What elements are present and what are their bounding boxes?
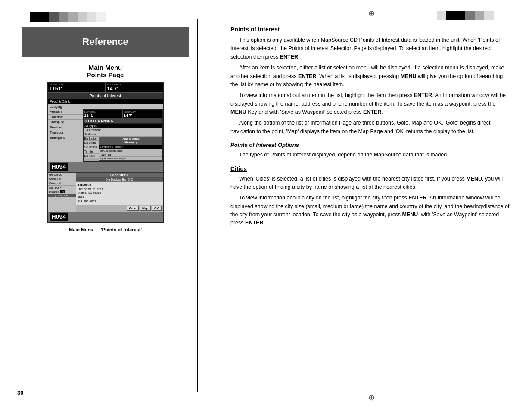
para3-bold2: MENU	[230, 109, 246, 115]
rc9	[494, 11, 503, 20]
para2-mid: . When a list is displayed, pressing	[316, 73, 400, 79]
gps-elevation-box: ELEVATION 1151'	[48, 83, 106, 92]
para-1: This option is only available when MapSo…	[230, 36, 510, 61]
page-container: Reference Main Menu Points Page ELEVATIO…	[0, 0, 532, 411]
para7-bold2: MENU	[402, 212, 418, 218]
left-margin-line	[24, 19, 24, 392]
poi-heading: Points of Interest	[230, 26, 510, 33]
menu-item-services: Services	[48, 125, 83, 130]
lower-right-col: Food/Drink Dig Dubbas Bar-D-Q Barbecue 1…	[76, 173, 163, 212]
checker-cell	[115, 12, 125, 22]
item-category: Barbecue	[78, 183, 162, 187]
para-2: After an item is selected, either a list…	[230, 64, 510, 89]
corner-tl	[9, 9, 16, 16]
main-menu-heading: Main Menu Points Page	[0, 64, 211, 78]
menu-list: Food & Drink Lodging Attractio Entertain…	[48, 99, 163, 162]
phone: 913-390-0007	[78, 199, 162, 204]
para7-start: To view information about a city on the …	[239, 195, 408, 201]
menu-title: Points of Interest	[48, 93, 163, 99]
reference-box: Reference	[22, 27, 189, 57]
para7-end: .	[263, 220, 264, 226]
para-3: To view information about an item in the…	[230, 91, 510, 116]
para2-bold2: MENU	[401, 73, 417, 79]
rc5	[456, 11, 465, 20]
gps-left-part: Attractio Entertain Shopping Services Tr…	[48, 109, 83, 162]
menu-item-transport: Transpor	[48, 130, 83, 135]
lower-item-crown: Crown Hc	[48, 181, 76, 186]
lower-item-1: Ge-Chick	[48, 173, 76, 177]
lower-left-col: Ge-Chick Sonic Dri Crown Hc Old SG Pl Di…	[48, 173, 76, 212]
food-type-barbe: En Barbe	[84, 137, 99, 141]
reference-section: Reference	[22, 27, 189, 57]
wo-value-1: H094	[50, 162, 68, 171]
ok-button[interactable]: OK	[152, 206, 162, 211]
rc3	[437, 11, 446, 20]
wo-display-row-2: H094	[48, 212, 163, 222]
menu-item-entertainment: Entertain	[48, 115, 83, 120]
corner-bl	[9, 395, 16, 402]
address-line3: 5641	[78, 195, 162, 199]
lower-section: Ge-Chick Sonic Dri Crown Hc Old SG Pl Di…	[48, 172, 163, 212]
food-item-sombrero: Sombrero's Restaur *	[99, 145, 162, 149]
food-panel-header: Food & Drink(Nearest)	[99, 137, 162, 145]
checker-cell	[49, 12, 59, 22]
gps-accuracy-box: ACCURACY 14 7'	[106, 83, 163, 92]
checker-cell	[30, 12, 40, 22]
goto-button[interactable]: Goto	[127, 206, 139, 211]
checker-cell	[59, 12, 68, 22]
para1-text: This option is only available when MapSo…	[230, 37, 500, 60]
rc6	[465, 11, 475, 20]
gps-screen: ELEVATION 1151' ACCURACY 14 7' Points of…	[47, 82, 164, 223]
reference-title: Reference	[82, 36, 128, 47]
crosshair-bottom: ⊕	[368, 393, 375, 402]
checker-cell	[96, 12, 106, 22]
checker-bar-right	[418, 11, 513, 20]
address-block: Barbecue 16695a W 151st St Olathe, KS 66…	[76, 182, 163, 205]
lower-item-old: Old SG Pl	[48, 186, 76, 190]
lower-item-sonic: Sonic Dri	[48, 177, 76, 181]
rc1	[418, 11, 427, 20]
page-number: 30	[17, 389, 23, 396]
rc2	[427, 11, 437, 20]
food-type-american: Lo American	[84, 128, 162, 132]
food-drink-header: Food/Drink	[76, 173, 163, 177]
right-column: ⊕ Points of Interest This option is only…	[211, 0, 532, 411]
rc10	[503, 11, 513, 20]
address-line2: Olathe, KS 66062-	[78, 191, 162, 195]
rc7	[475, 11, 484, 20]
right-margin-line	[197, 19, 198, 392]
corner-tr	[516, 9, 523, 16]
menu-item-lodging: Lodging	[48, 104, 163, 109]
checker-bar-left	[30, 12, 125, 22]
food-type-all: All Types	[84, 124, 162, 128]
menu-item-food: Food & Drink	[48, 99, 163, 104]
checker-cell	[78, 12, 87, 22]
para-4: Along the bottom of the list or Informat…	[230, 119, 510, 136]
device-caption: Main Menu — 'Points of Interest'	[0, 227, 211, 232]
para7-bold3: ENTER	[245, 220, 263, 226]
checker-cell	[40, 12, 49, 22]
para3-end2: .	[381, 109, 383, 115]
nested-acc-val: 14 7'	[124, 113, 161, 118]
para-6: When 'Cities' is selected, a list of cit…	[230, 175, 510, 192]
cities-heading: Cities	[230, 165, 510, 172]
para6-start: When 'Cities' is selected, a list of cit…	[239, 176, 466, 182]
map-button[interactable]: Map	[140, 206, 151, 211]
food-left-col: En Barbe Sh Chine Se Deli/D Tr Inter En …	[84, 137, 99, 161]
checker-cell	[87, 12, 96, 22]
corner-br	[516, 395, 523, 402]
menu-item-attractions: Attractio	[48, 109, 83, 115]
food-list-overlay: En Barbe Sh Chine Se Deli/D Tr Inter En …	[84, 137, 162, 161]
nested-elev-val: 1141'	[84, 113, 122, 118]
food-item-goodcents: Mr Goodcents Subs	[99, 149, 162, 153]
para3-bold3: ENTER	[363, 109, 381, 115]
menu-item-emergency: Emergenc	[48, 135, 83, 140]
nested-menu-title: K Food & Drink K	[84, 118, 162, 124]
food-item-bigbubba: Big Bubba's Bar-B-Q >	[99, 157, 162, 160]
crosshair-top: ⊕	[368, 9, 375, 18]
button-row: Goto Map OK	[76, 205, 163, 212]
distance-label: Distance	[49, 190, 59, 193]
main-menu-subtitle: Points Page	[0, 71, 211, 78]
food-type-asian: At Asien	[84, 132, 162, 137]
checker-cell	[106, 12, 115, 22]
